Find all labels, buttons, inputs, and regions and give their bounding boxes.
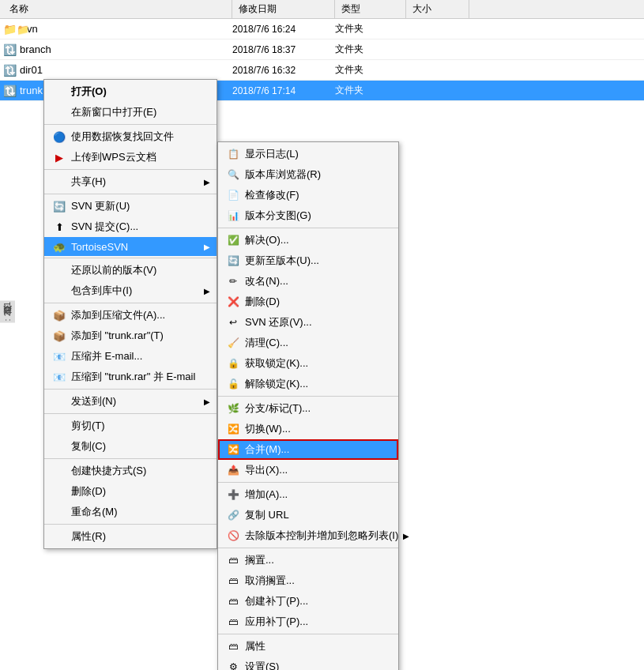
sub-attr-props[interactable]: 🗃 属性 [218,636,398,657]
tortoise-submenu: 📋 显示日志(L) 🔍 版本库浏览器(R) 📄 检查修改(F) 📊 版本分支图(… [217,141,399,670]
file-row-dir01[interactable]: 🔃 dir01 2018/7/6 16:32 文件夹 [0,60,644,81]
delete-icon [52,485,66,498]
properties-icon [52,530,66,543]
tortoise-icon: 🐢 [52,240,66,253]
show-log-icon: 📋 [226,148,240,160]
sub-delete[interactable]: ❌ 删除(D) [218,292,398,312]
remove-vc-submenu-arrow: ▶ [403,532,409,540]
ctx-include-library[interactable]: 包含到库中(I) ▶ [44,280,217,301]
compress-email-icon: 📧 [52,350,66,363]
sub-add[interactable]: ➕ 增加(A)... [218,484,398,505]
ctx-open[interactable]: 打开(O) [44,81,217,102]
sub-merge[interactable]: 🔀 合并(M)... [218,439,398,460]
svn-commit-icon: ⬆ [52,220,66,233]
ctx-share[interactable]: 共享(H) ▶ [44,171,217,192]
library-submenu-arrow: ▶ [204,287,210,295]
add-zip-icon: 📦 [52,309,66,322]
ctx-properties[interactable]: 属性(R) [44,526,217,547]
sub-switch[interactable]: 🔀 切换(W)... [218,419,398,439]
switch-icon: 🔀 [226,423,240,435]
attr-props-icon: 🗃 [226,640,240,653]
rename-icon [52,506,66,518]
recover-icon: 🔵 [52,130,66,143]
separator-5 [44,303,217,303]
separator-2 [44,169,217,170]
sub-export[interactable]: 📤 导出(X)... [218,460,398,480]
ctx-recover-file[interactable]: 🔵 使用数据恢复找回文件 [44,126,217,147]
sub-unshelve[interactable]: 🗃 取消搁置... [218,570,398,591]
separator-6 [44,389,217,390]
sub-check-modify[interactable]: 📄 检查修改(F) [218,185,398,205]
version-branch-icon: 📊 [226,209,240,222]
ctx-create-shortcut[interactable]: 创建快捷方式(S) [44,461,217,481]
share-icon [52,175,66,188]
file-header: 名称 修改日期 类型 大小 [0,0,644,19]
sub-unlock[interactable]: 🔓 解除锁定(K)... [218,374,398,394]
ctx-svn-update[interactable]: 🔄 SVN 更新(U) [44,196,217,216]
file-row-svn[interactable]: 📁 .svn 2018/7/6 16:24 文件夹 [0,19,644,40]
ctx-compress-trunk-email[interactable]: 📧 压缩到 "trunk.rar" 并 E-mail [44,367,217,387]
separator-9 [44,524,217,525]
ctx-cut[interactable]: 剪切(T) [44,416,217,436]
sub-separator-2 [218,396,398,397]
library-icon [52,284,66,297]
cut-icon [52,420,66,432]
col-header-date: 修改日期 [232,0,335,18]
sub-copy-url[interactable]: 🔗 复制 URL [218,505,398,525]
unlock-icon: 🔓 [226,378,240,390]
svn-revert-icon: ↩ [226,316,240,329]
sub-update-version[interactable]: 🔄 更新至版本(U)... [218,250,398,271]
separator-7 [44,413,217,414]
sub-version-branch[interactable]: 📊 版本分支图(G) [218,205,398,226]
ctx-revert-version[interactable]: 还原以前的版本(V) [44,260,217,280]
sub-svn-revert[interactable]: ↩ SVN 还原(V)... [218,312,398,333]
add-trunk-rar-icon: 📦 [52,329,66,342]
ctx-rename[interactable]: 重命名(M) [44,502,217,522]
apply-patch-icon: 🗃 [226,615,240,628]
revert-version-icon [52,264,66,277]
sub-separator-5 [218,634,398,634]
sub-delete-icon: ❌ [226,295,240,308]
open-icon [52,85,66,98]
ctx-tortoise-svn[interactable]: 🐢 TortoiseSVN ▶ [44,237,217,256]
sub-separator-3 [218,482,398,483]
export-icon: 📤 [226,464,240,476]
sub-branch-tag[interactable]: 🌿 分支/标记(T)... [218,398,398,419]
sidebar-date-hint: 政日期: 201 [0,300,15,322]
ctx-compress-email[interactable]: 📧 压缩并 E-mail... [44,346,217,367]
file-row-branch[interactable]: 🔃 branch 2018/7/6 18:37 文件夹 [0,40,644,60]
sub-shelve[interactable]: 🗃 搁置... [218,550,398,570]
sub-clean[interactable]: 🧹 清理(C)... [218,333,398,353]
sub-rename-icon: ✏ [226,275,240,288]
sub-show-log[interactable]: 📋 显示日志(L) [218,144,398,164]
ctx-delete[interactable]: 删除(D) [44,481,217,502]
sub-resolve[interactable]: ✅ 解决(O)... [218,230,398,250]
merge-icon: 🔀 [226,443,240,456]
sub-get-lock[interactable]: 🔒 获取锁定(K)... [218,353,398,374]
ctx-send-to[interactable]: 发送到(N) ▶ [44,391,217,412]
svn-folder-icon-branch: 🔃 [3,43,17,56]
ctx-upload-wps[interactable]: ▶ 上传到WPS云文档 [44,147,217,168]
sub-repo-browser[interactable]: 🔍 版本库浏览器(R) [218,164,398,185]
sub-apply-patch[interactable]: 🗃 应用补丁(P)... [218,612,398,632]
create-patch-icon: 🗃 [226,595,240,608]
ctx-open-new-window[interactable]: 在新窗口中打开(E) [44,102,217,122]
sub-create-patch[interactable]: 🗃 创建补丁(P)... [218,591,398,612]
ctx-svn-commit[interactable]: ⬆ SVN 提交(C)... [44,216,217,237]
add-icon: ➕ [226,488,240,501]
tortoise-submenu-arrow: ▶ [204,243,210,251]
send-to-icon [52,395,66,408]
file-name-dir01: 🔃 dir01 [3,64,232,77]
copy-icon [52,440,66,453]
ctx-copy[interactable]: 复制(C) [44,436,217,457]
get-lock-icon: 🔒 [226,357,240,370]
ctx-add-zip[interactable]: 📦 添加到压缩文件(A)... [44,305,217,326]
sub-remove-vc[interactable]: 🚫 去除版本控制并增加到忽略列表(I) ▶ [218,525,398,546]
share-submenu-arrow: ▶ [204,178,210,186]
file-name-branch: 🔃 branch [3,43,232,56]
ctx-add-trunk-rar[interactable]: 📦 添加到 "trunk.rar"(T) [44,326,217,346]
sub-rename[interactable]: ✏ 改名(N)... [218,271,398,292]
separator-3 [44,194,217,194]
sub-settings[interactable]: ⚙ 设置(S) [218,657,398,670]
upload-wps-icon: ▶ [52,151,66,164]
